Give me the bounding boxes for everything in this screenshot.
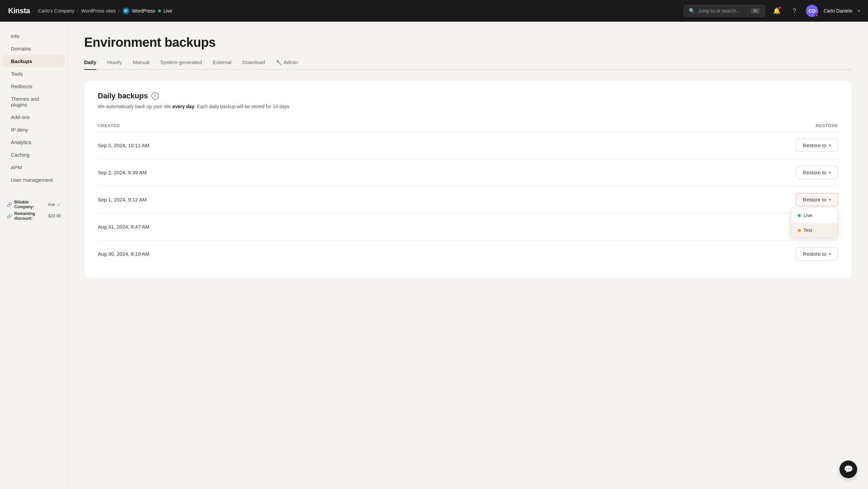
sidebar-item-backups[interactable]: Backups — [3, 55, 65, 67]
breadcrumb-company[interactable]: Carlo's Company — [38, 8, 74, 14]
backup-card-title: Daily backups — [98, 92, 148, 100]
restore-option-live-label: Live — [804, 213, 812, 218]
link-icon-discount: 🔗 — [7, 214, 12, 219]
col-restore: Restore — [505, 120, 838, 132]
restore-btn-label: Restore to — [803, 251, 826, 257]
sidebar-item-themes-plugins[interactable]: Themes and plugins — [3, 93, 65, 111]
breadcrumb: Carlo's Company / WordPress sites / W Wo… — [38, 7, 172, 14]
chat-icon: 💬 — [844, 465, 853, 474]
user-menu-chevron[interactable]: ▾ — [858, 8, 860, 13]
restore-button-1[interactable]: Restore to ▾ — [796, 139, 838, 152]
table-row: Sep 1, 2024, 9:12 AM Restore to ▾ — [98, 186, 838, 213]
tab-external[interactable]: External — [213, 59, 231, 70]
discount-label: Remaining discount: — [14, 211, 46, 221]
avatar-initials: CD — [809, 8, 815, 14]
restore-dropdown-wrap: Restore to ▾ — [796, 139, 838, 152]
admin-icon: 🔧 — [276, 60, 282, 65]
sidebar-item-tools[interactable]: Tools — [3, 67, 65, 80]
link-icon-billable: 🔗 — [7, 202, 12, 207]
test-dot-icon — [798, 229, 801, 232]
restore-dropdown-menu: Live Test — [791, 208, 838, 238]
breadcrumb-sites[interactable]: WordPress sites — [81, 8, 116, 14]
restore-button-5[interactable]: Restore to ▾ — [796, 247, 838, 260]
backup-date: Sep 3, 2024, 10:11 AM — [98, 132, 505, 159]
restore-btn-label: Restore to — [803, 197, 826, 202]
col-created: Created — [98, 120, 505, 132]
search-kbd: ⌘/ — [751, 8, 760, 14]
sidebar-item-apm[interactable]: APM — [3, 161, 65, 174]
live-status-label: Live — [164, 8, 172, 14]
restore-cell: Restore to ▾ Live — [505, 186, 838, 213]
sidebar-item-info[interactable]: Info — [3, 30, 65, 42]
backup-card-header: Daily backups ? — [98, 92, 838, 100]
tab-hourly[interactable]: Hourly — [107, 59, 122, 70]
info-circle-icon[interactable]: ? — [151, 92, 159, 100]
tab-manual[interactable]: Manual — [133, 59, 149, 70]
backup-date: Sep 1, 2024, 9:12 AM — [98, 186, 505, 213]
discount-row: 🔗 Remaining discount: $20.00 — [7, 211, 61, 221]
sidebar-item-caching[interactable]: Caching — [3, 149, 65, 161]
backup-table: Created Restore Sep 3, 2024, 10:11 AM Re… — [98, 120, 838, 267]
logo[interactable]: Kinsta — [8, 6, 30, 15]
restore-chevron-icon: ▾ — [829, 252, 831, 256]
search-bar[interactable]: 🔍 Jump to or search... ⌘/ — [684, 5, 765, 17]
breadcrumb-wp[interactable]: WordPress — [132, 8, 155, 14]
restore-cell: Restore to ▾ — [505, 240, 838, 268]
tabs: Daily Hourly Manual System-generated Ext… — [84, 59, 852, 70]
sidebar-item-user-management[interactable]: User management — [3, 174, 65, 186]
sidebar-footer: 🔗 Billable Company: true ✓ 🔗 Remaining d… — [0, 194, 68, 228]
billable-label: Billable Company: — [14, 200, 46, 209]
table-row: Sep 2, 2024, 9:39 AM Restore to ▾ — [98, 159, 838, 186]
restore-button-3[interactable]: Restore to ▾ — [796, 193, 838, 206]
restore-dropdown-wrap: Restore to ▾ — [796, 247, 838, 260]
user-name: Carlo Daniele — [824, 8, 852, 14]
notifications-button[interactable]: 🔔 — [771, 5, 783, 17]
sidebar-item-analytics[interactable]: Analytics — [3, 136, 65, 149]
tab-daily[interactable]: Daily — [84, 59, 96, 70]
page-title: Environment backups — [84, 35, 852, 50]
backup-date: Aug 30, 2024, 8:19 AM — [98, 240, 505, 268]
restore-button-2[interactable]: Restore to ▾ — [796, 166, 838, 179]
tab-system-generated[interactable]: System-generated — [160, 59, 202, 70]
topnav-right: 🔍 Jump to or search... ⌘/ 🔔 ? CD Carlo D… — [684, 5, 860, 17]
search-placeholder: Jump to or search... — [698, 8, 748, 14]
billable-row: 🔗 Billable Company: true ✓ — [7, 200, 61, 209]
breadcrumb-sep-1: / — [77, 8, 78, 14]
tab-download[interactable]: Download — [242, 59, 265, 70]
restore-chevron-icon: ▾ — [829, 197, 831, 202]
sidebar-item-redirects[interactable]: Redirects — [3, 80, 65, 93]
restore-btn-label: Restore to — [803, 170, 826, 175]
live-status-dot — [158, 9, 161, 12]
avatar: CD — [806, 5, 818, 17]
backup-card-description: We automatically back up your site every… — [98, 103, 838, 110]
search-icon: 🔍 — [689, 8, 695, 14]
table-row: Aug 31, 2024, 8:47 AM Restore to ▾ — [98, 213, 838, 240]
restore-dropdown-wrap: Restore to ▾ — [796, 166, 838, 179]
restore-btn-label: Restore to — [803, 142, 826, 148]
sidebar-item-add-ons[interactable]: Add-ons — [3, 111, 65, 123]
restore-option-test-label: Test — [804, 228, 812, 233]
layout: Info Domains Backups Tools Redirects The… — [0, 22, 868, 489]
billable-check-icon: ✓ — [57, 202, 61, 207]
sidebar-item-ip-deny[interactable]: IP deny — [3, 123, 65, 136]
wordpress-icon: W — [122, 7, 129, 14]
tab-admin[interactable]: 🔧 Admin — [276, 59, 298, 70]
backup-date: Aug 31, 2024, 8:47 AM — [98, 213, 505, 240]
table-row: Sep 3, 2024, 10:11 AM Restore to ▾ — [98, 132, 838, 159]
breadcrumb-sep-2: / — [118, 8, 120, 14]
backup-card: Daily backups ? We automatically back up… — [84, 81, 852, 278]
restore-option-live[interactable]: Live — [791, 208, 838, 223]
discount-value: $20.00 — [48, 214, 61, 218]
chat-button[interactable]: 💬 — [839, 461, 857, 478]
avatar-status-dot — [815, 14, 818, 17]
restore-cell: Restore to ▾ — [505, 213, 838, 240]
main-content: Environment backups Daily Hourly Manual … — [68, 22, 868, 489]
help-button[interactable]: ? — [788, 5, 800, 17]
backup-date: Sep 2, 2024, 9:39 AM — [98, 159, 505, 186]
restore-cell: Restore to ▾ — [505, 132, 838, 159]
restore-option-test[interactable]: Test — [791, 223, 838, 238]
restore-chevron-icon: ▾ — [829, 170, 831, 175]
table-row: Aug 30, 2024, 8:19 AM Restore to ▾ — [98, 240, 838, 268]
sidebar-item-domains[interactable]: Domains — [3, 42, 65, 55]
billable-value: true — [48, 202, 55, 207]
